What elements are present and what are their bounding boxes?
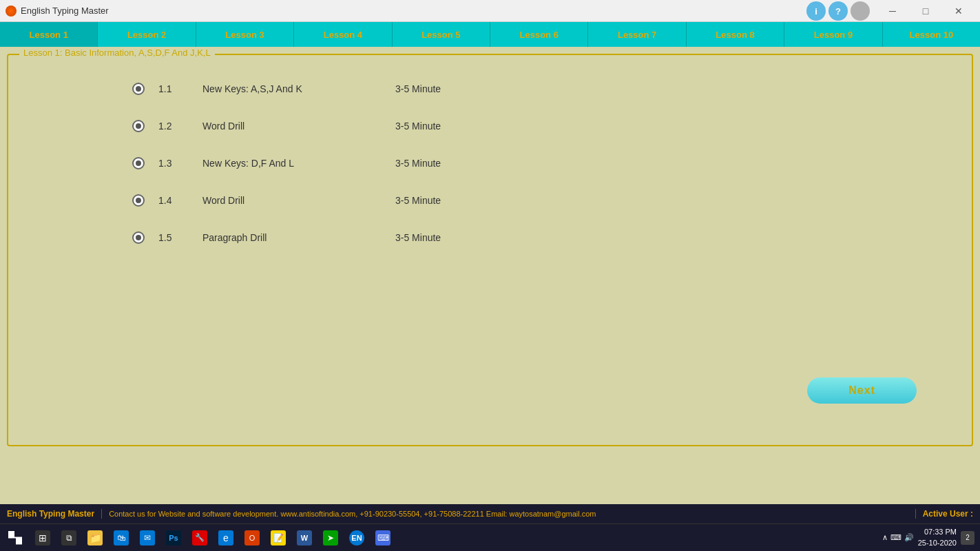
footer: English Typing Master Contact us for Web… — [0, 504, 980, 523]
lesson-item-name-1[interactable]: New Keys: A,S,J And K — [202, 83, 354, 94]
taskbar-typing-app[interactable]: ⌨ — [371, 526, 395, 550]
lesson-item-number-4: 1.4 — [158, 195, 186, 206]
taskbar-notepad[interactable]: 📝 — [266, 526, 291, 550]
taskbar-right: ∧ ⌨ 🔊 07:33 PM 25-10-2020 2 — [882, 527, 977, 548]
lesson-item-name-3[interactable]: New Keys: D,F And L — [202, 158, 354, 169]
taskbar-word[interactable]: W — [292, 526, 317, 550]
main-area: Lesson 1: Basic Information, A,S,D,F And… — [0, 54, 980, 511]
app2-icon: ➤ — [323, 530, 338, 545]
keyboard-icon: ⌨ — [890, 533, 901, 542]
taskbar-date: 25-10-2020 — [918, 538, 957, 548]
title-bar-title: English Typing Master — [21, 6, 877, 16]
profile-button[interactable] — [851, 1, 870, 21]
lesson-item-1: 1.1 New Keys: A,S,J And K 3-5 Minute — [132, 83, 958, 95]
lesson-item-radio-2[interactable] — [132, 120, 145, 132]
lesson-box-title: Lesson 1: Basic Information, A,S,D,F And… — [19, 48, 215, 58]
taskbar-system-icons: ∧ ⌨ 🔊 — [882, 533, 914, 542]
next-button-container: Next — [807, 377, 917, 404]
lesson-item-5: 1.5 Paragraph Drill 3-5 Minute — [132, 231, 958, 244]
lesson-tab-4[interactable]: Lesson 4 — [294, 22, 392, 47]
lesson-item-4: 1.4 Word Drill 3-5 Minute — [132, 194, 958, 207]
taskbar-lang[interactable]: EN — [344, 526, 369, 550]
lang-icon: EN — [349, 530, 364, 545]
lesson-item-duration-1: 3-5 Minute — [395, 83, 441, 94]
app1-icon: 🔧 — [192, 530, 207, 545]
store-icon: 🛍 — [114, 530, 129, 545]
lesson-item-3: 1.3 New Keys: D,F And L 3-5 Minute — [132, 157, 958, 169]
help-button[interactable]: ? — [828, 1, 848, 21]
lesson-tab-7[interactable]: Lesson 7 — [588, 22, 686, 47]
taskbar-search[interactable]: ⊞ — [30, 526, 55, 550]
taskbar-items: ⊞ ⧉ 📁 🛍 ✉ Ps — [28, 526, 882, 550]
lesson-item-radio-1[interactable] — [132, 83, 145, 95]
maximize-button[interactable]: □ — [910, 0, 941, 22]
lesson-item-radio-4[interactable] — [132, 194, 145, 207]
lesson-items-container: 1.1 New Keys: A,S,J And K 3-5 Minute 1.2… — [132, 83, 958, 244]
taskbar-photoshop[interactable]: Ps — [161, 526, 186, 550]
office-icon: O — [244, 530, 260, 545]
info-button[interactable]: i — [806, 1, 826, 21]
close-button[interactable]: ✕ — [943, 0, 974, 22]
lesson-tab-2[interactable]: Lesson 2 — [98, 22, 196, 47]
taskbar-folder[interactable]: 📁 — [83, 526, 107, 550]
lesson-item-duration-5: 3-5 Minute — [395, 232, 441, 243]
taskbar-app2[interactable]: ➤ — [318, 526, 343, 550]
lesson-box: Lesson 1: Basic Information, A,S,D,F And… — [7, 54, 973, 446]
lesson-item-name-5[interactable]: Paragraph Drill — [202, 232, 354, 243]
volume-icon[interactable]: 🔊 — [904, 533, 914, 542]
lesson-tab-8[interactable]: Lesson 8 — [687, 22, 784, 47]
search-icon: ⊞ — [35, 530, 50, 545]
next-button[interactable]: Next — [807, 377, 917, 404]
lesson-tab-9[interactable]: Lesson 9 — [784, 22, 882, 47]
header-buttons: i ? — [806, 0, 870, 22]
app-icon — [6, 6, 17, 17]
lesson-item-2: 1.2 Word Drill 3-5 Minute — [132, 120, 958, 132]
title-bar: English Typing Master i ? ─ □ ✕ — [0, 0, 980, 22]
lesson-tab-5[interactable]: Lesson 5 — [393, 22, 490, 47]
window-controls: ─ □ ✕ — [877, 0, 974, 22]
taskbar: ⊞ ⧉ 📁 🛍 ✉ Ps — [0, 523, 980, 551]
taskbar-store[interactable]: 🛍 — [109, 526, 134, 550]
lesson-tab-3[interactable]: Lesson 3 — [196, 22, 294, 47]
lesson-item-name-4[interactable]: Word Drill — [202, 195, 354, 206]
photoshop-icon: Ps — [166, 530, 181, 545]
lesson-item-number-5: 1.5 — [158, 232, 186, 243]
lesson-item-name-2[interactable]: Word Drill — [202, 121, 354, 132]
footer-app-name: English Typing Master — [7, 509, 102, 519]
footer-contact: Contact us for Website and software deve… — [109, 510, 915, 518]
folder-icon: 📁 — [87, 530, 103, 545]
start-button[interactable] — [3, 526, 28, 550]
lesson-item-number-3: 1.3 — [158, 158, 186, 169]
lesson-tab-1[interactable]: Lesson 1 — [0, 22, 98, 47]
task-view-icon: ⧉ — [61, 530, 76, 545]
footer-active-user: Active User : — [915, 509, 973, 519]
typing-app-icon: ⌨ — [375, 530, 390, 545]
taskbar-notification[interactable]: 2 — [961, 531, 974, 545]
edge-icon: e — [218, 530, 233, 545]
chevron-up-icon[interactable]: ∧ — [882, 533, 888, 542]
word-icon: W — [297, 530, 312, 545]
lesson-item-duration-2: 3-5 Minute — [395, 121, 441, 132]
lesson-item-radio-3[interactable] — [132, 157, 145, 169]
lesson-tab-6[interactable]: Lesson 6 — [490, 22, 588, 47]
minimize-button[interactable]: ─ — [877, 0, 908, 22]
lesson-tabs: Lesson 1Lesson 2Lesson 3Lesson 4Lesson 5… — [0, 22, 980, 47]
windows-icon — [8, 531, 22, 545]
taskbar-office[interactable]: O — [240, 526, 264, 550]
lesson-item-duration-3: 3-5 Minute — [395, 158, 441, 169]
taskbar-time: 07:33 PM — [918, 527, 957, 537]
lesson-item-number-2: 1.2 — [158, 121, 186, 132]
lesson-item-radio-5[interactable] — [132, 231, 145, 244]
taskbar-mail[interactable]: ✉ — [135, 526, 160, 550]
lesson-item-duration-4: 3-5 Minute — [395, 195, 441, 206]
taskbar-clock: 07:33 PM 25-10-2020 — [918, 527, 957, 548]
taskbar-app1[interactable]: 🔧 — [187, 526, 212, 550]
mail-icon: ✉ — [140, 530, 155, 545]
lesson-item-number-1: 1.1 — [158, 83, 186, 94]
notepad-icon: 📝 — [271, 530, 286, 545]
lesson-tab-10[interactable]: Lesson 10 — [883, 22, 980, 47]
taskbar-edge[interactable]: e — [213, 526, 238, 550]
taskbar-task-view[interactable]: ⧉ — [56, 526, 81, 550]
